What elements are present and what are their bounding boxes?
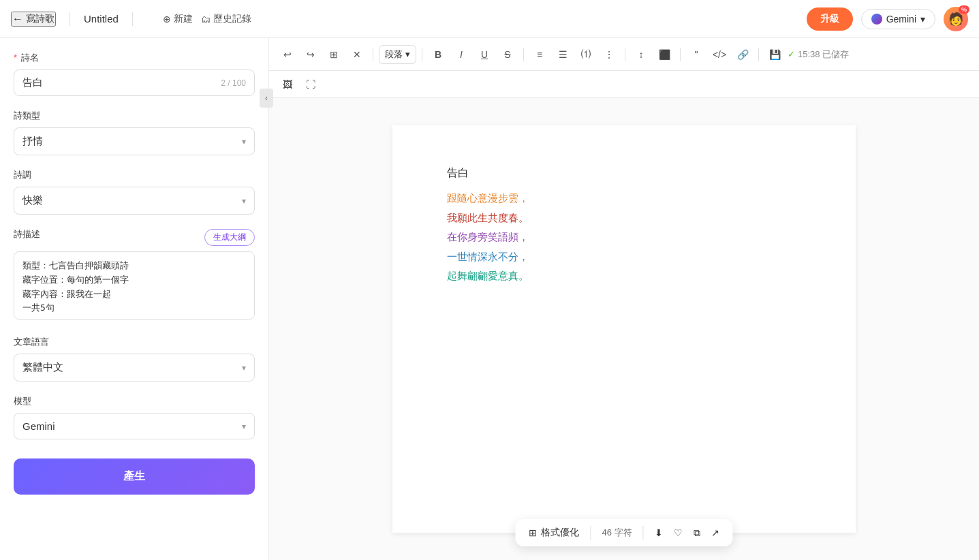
new-button[interactable]: ⊕ 新建 bbox=[163, 13, 193, 25]
history-icon: 🗂 bbox=[201, 14, 211, 25]
save-status: ✓ 15:38 已儲存 bbox=[788, 48, 849, 61]
strikethrough-button[interactable]: S bbox=[497, 44, 518, 65]
save-button[interactable]: 💾 bbox=[764, 44, 785, 65]
app-header: ← 寫詩歌 Untitled ⊕ 新建 🗂 歷史記錄 升級 Gemini ▾ 🧑… bbox=[0, 0, 979, 38]
required-star: * bbox=[14, 52, 17, 63]
poem-line-2: 我願此生共度春。 bbox=[447, 208, 801, 228]
italic-button[interactable]: I bbox=[451, 44, 471, 65]
poem-line-5: 起舞翩翩愛意真。 bbox=[447, 266, 801, 286]
image-button[interactable]: 🖼 bbox=[277, 74, 298, 95]
poem-type-group: 詩類型 抒情 ▾ bbox=[14, 110, 255, 155]
avatar[interactable]: 🧑 % bbox=[944, 7, 968, 31]
fullscreen-button[interactable]: ⛶ bbox=[300, 74, 321, 95]
model-value: Gemini bbox=[22, 420, 55, 432]
download-icon: ⬇ bbox=[655, 527, 663, 538]
avatar-badge: % bbox=[959, 5, 969, 14]
toolbar-sep-1 bbox=[373, 48, 373, 61]
poem-tone-select[interactable]: 快樂 ▾ bbox=[14, 187, 255, 215]
toolbar-sep-5 bbox=[680, 48, 681, 61]
poem-desc-group: 詩描述 生成大綱 類型：七言告白押韻藏頭詩 藏字位置：每句的第一個字 藏字內容：… bbox=[14, 228, 255, 322]
ordered-list-button[interactable]: ⑴ bbox=[576, 44, 596, 65]
language-value: 繁體中文 bbox=[22, 361, 63, 374]
poem-line-1: 跟隨心意漫步雲， bbox=[447, 189, 801, 208]
generate-button[interactable]: 產生 bbox=[14, 458, 255, 495]
gemini-chevron-icon: ▾ bbox=[920, 14, 925, 25]
copy-icon: ⧉ bbox=[694, 527, 700, 539]
poem-name-char-count: 2 / 100 bbox=[221, 78, 246, 88]
doc-title[interactable]: Untitled bbox=[84, 13, 119, 25]
header-left: ← 寫詩歌 Untitled ⊕ 新建 🗂 歷史記錄 bbox=[11, 12, 251, 27]
poem-desc-textarea[interactable]: 類型：七言告白押韻藏頭詩 藏字位置：每句的第一個字 藏字內容：跟我在一起 一共5… bbox=[14, 251, 255, 320]
app-name-label: 寫詩歌 bbox=[26, 13, 55, 25]
download-button[interactable]: ⬇ bbox=[655, 527, 663, 538]
back-button[interactable]: ← 寫詩歌 bbox=[11, 12, 56, 27]
poem-title[interactable]: 告白 bbox=[447, 166, 801, 181]
code-button[interactable]: </> bbox=[709, 44, 730, 65]
toolbar-sep-4 bbox=[625, 48, 625, 61]
collapse-sidebar-button[interactable]: ‹ bbox=[260, 89, 273, 108]
bottom-sep-2 bbox=[643, 526, 644, 540]
format-optimize-button[interactable]: ⊞ 格式優化 bbox=[529, 527, 579, 539]
back-arrow-icon: ← bbox=[12, 13, 23, 25]
poem-type-chevron-icon: ▾ bbox=[242, 137, 246, 146]
copy-button[interactable]: ⧉ bbox=[694, 527, 700, 539]
header-right: 升級 Gemini ▾ 🧑 % bbox=[807, 7, 968, 31]
poem-name-label: * 詩名 bbox=[14, 52, 255, 64]
paragraph-select[interactable]: 段落 ▾ bbox=[379, 45, 416, 64]
heart-icon: ♡ bbox=[674, 527, 683, 538]
secondary-toolbar: 🖼 ⛶ bbox=[269, 71, 979, 98]
history-button[interactable]: 🗂 歷史記錄 bbox=[201, 13, 251, 25]
poem-type-label: 詩類型 bbox=[14, 110, 255, 122]
language-chevron-icon: ▾ bbox=[242, 363, 246, 373]
generate-outline-button[interactable]: 生成大綱 bbox=[204, 229, 255, 246]
editor-area: ↩ ↪ ⊞ ✕ 段落 ▾ B I U S ≡ ☰ ⑴ ⋮ ↕ ⬛ " </> bbox=[269, 38, 979, 560]
toolbar-sep-2 bbox=[422, 48, 422, 61]
undo-button[interactable]: ↩ bbox=[277, 44, 298, 65]
main-content: * 詩名 2 / 100 詩類型 抒情 ▾ 詩調 快樂 ▾ bbox=[0, 38, 979, 560]
align-center-button[interactable]: ☰ bbox=[553, 44, 573, 65]
poem-desc-label-row: 詩描述 生成大綱 bbox=[14, 228, 255, 246]
bold-button[interactable]: B bbox=[428, 44, 448, 65]
clone-button[interactable]: ⊞ bbox=[324, 44, 344, 65]
gemini-button[interactable]: Gemini ▾ bbox=[861, 9, 935, 29]
model-select[interactable]: Gemini ▾ bbox=[14, 413, 255, 439]
quote-button[interactable]: " bbox=[686, 44, 706, 65]
header-actions: ⊕ 新建 🗂 歷史記錄 bbox=[163, 13, 251, 25]
line-spacing-button[interactable]: ↕ bbox=[631, 44, 651, 65]
poem-name-input-wrapper: 2 / 100 bbox=[14, 69, 255, 96]
poem-tone-group: 詩調 快樂 ▾ bbox=[14, 169, 255, 215]
save-time: 15:38 已儲存 bbox=[798, 48, 849, 61]
poem-line-3: 在你身旁笑語頻， bbox=[447, 228, 801, 247]
new-icon: ⊕ bbox=[163, 14, 171, 25]
toolbar-sep-3 bbox=[523, 48, 524, 61]
unordered-list-button[interactable]: ⋮ bbox=[599, 44, 619, 65]
language-select[interactable]: 繁體中文 ▾ bbox=[14, 354, 255, 382]
underline-button[interactable]: U bbox=[474, 44, 495, 65]
history-label: 歷史記錄 bbox=[213, 13, 251, 25]
heart-button[interactable]: ♡ bbox=[674, 527, 683, 538]
poem-name-input[interactable] bbox=[22, 77, 221, 89]
gemini-icon bbox=[871, 14, 882, 25]
new-label: 新建 bbox=[174, 13, 193, 25]
poem-type-value: 抒情 bbox=[22, 135, 43, 148]
bottom-toolbar: ⊞ 格式優化 46 字符 ⬇ ♡ ⧉ ↗ bbox=[515, 519, 732, 546]
paragraph-label: 段落 bbox=[385, 48, 403, 61]
header-divider-2 bbox=[132, 12, 133, 26]
upgrade-button[interactable]: 升級 bbox=[807, 7, 853, 31]
align-left-button[interactable]: ≡ bbox=[529, 44, 550, 65]
poem-line-4: 一世情深永不分， bbox=[447, 247, 801, 267]
text-align-button[interactable]: ⬛ bbox=[654, 44, 674, 65]
share-button[interactable]: ↗ bbox=[711, 527, 719, 538]
poem-type-select[interactable]: 抒情 ▾ bbox=[14, 127, 255, 155]
format-icon: ⊞ bbox=[529, 527, 537, 538]
bottom-sep-1 bbox=[590, 526, 591, 540]
main-toolbar: ↩ ↪ ⊞ ✕ 段落 ▾ B I U S ≡ ☰ ⑴ ⋮ ↕ ⬛ " </> bbox=[269, 38, 979, 71]
gemini-label: Gemini bbox=[886, 14, 916, 25]
erase-button[interactable]: ✕ bbox=[347, 44, 367, 65]
language-label: 文章語言 bbox=[14, 336, 255, 348]
doc-content-area: 告白 跟隨心意漫步雲， 我願此生共度春。 在你身旁笑語頻， 一世情深永不分， 起… bbox=[269, 98, 979, 560]
toolbar-sep-6 bbox=[758, 48, 759, 61]
redo-button[interactable]: ↪ bbox=[300, 44, 321, 65]
share-icon: ↗ bbox=[711, 527, 719, 538]
link-button[interactable]: 🔗 bbox=[732, 44, 753, 65]
